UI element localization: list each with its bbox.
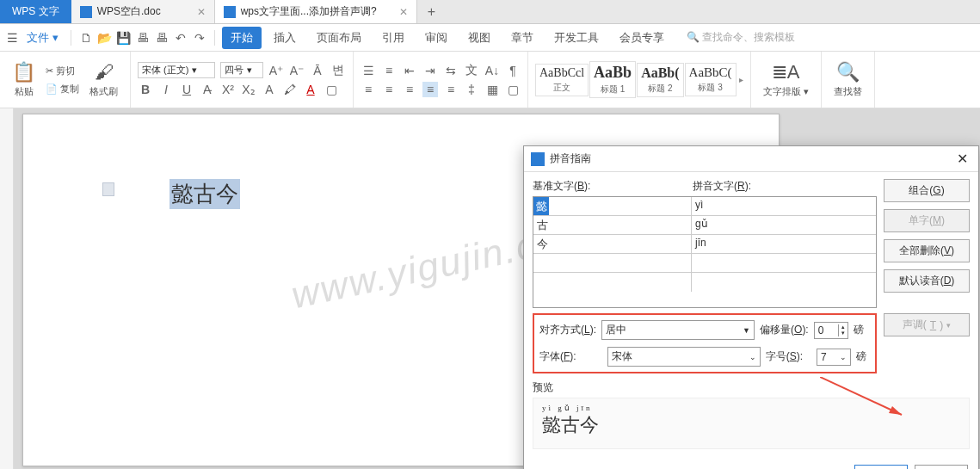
sort-icon[interactable]: A↓ <box>484 63 500 78</box>
doc-icon <box>80 6 92 18</box>
format-brush-button[interactable]: 🖌 格式刷 <box>84 59 123 100</box>
style-h3[interactable]: AaBbC( 标题 3 <box>685 63 737 96</box>
text-layout-button[interactable]: ≣A 文字排版 ▾ <box>758 59 814 100</box>
document-tab-1[interactable]: WPS空白.doc ✕ <box>71 0 215 23</box>
italic-icon[interactable]: I <box>158 82 174 97</box>
styles-group: AaBbCcl 正文 AaBb 标题 1 AaBb( 标题 2 AaBbC( 标… <box>528 52 751 108</box>
menu-chapter[interactable]: 章节 <box>502 27 542 49</box>
distribute-icon[interactable]: ≡ <box>443 82 459 97</box>
shading-icon[interactable]: ▦ <box>484 82 500 97</box>
menu-layout[interactable]: 页面布局 <box>308 27 370 49</box>
indent-dec-icon[interactable]: ⇤ <box>402 63 417 78</box>
menu-icon[interactable]: ☰ <box>7 31 18 45</box>
show-marks-icon[interactable]: ¶ <box>505 63 521 78</box>
style-h2[interactable]: AaBb( 标题 2 <box>637 63 683 97</box>
find-button[interactable]: 🔍 查找替 <box>829 59 867 100</box>
underline-icon[interactable]: U <box>179 82 194 97</box>
dialog-close-button[interactable]: ✕ <box>953 151 971 167</box>
menu-reference[interactable]: 引用 <box>373 27 413 49</box>
pinyin-cell-2[interactable]: jīn <box>692 235 876 253</box>
print-icon[interactable]: 🖶 <box>135 30 151 46</box>
cut-button[interactable]: ✂ 剪切 <box>46 65 79 77</box>
file-menu[interactable]: 文件 ▾ <box>22 30 64 46</box>
font-color-icon[interactable]: A <box>303 82 318 97</box>
base-cell-1[interactable]: 古 <box>533 216 692 234</box>
dialog-title: 拼音指南 <box>550 151 591 166</box>
save-icon[interactable]: 💾 <box>116 30 132 46</box>
style-normal[interactable]: AaBbCcl 正文 <box>535 64 589 96</box>
brush-icon: 🖌 <box>95 61 114 83</box>
align-left-icon[interactable]: ≡ <box>361 82 376 97</box>
indent-inc-icon[interactable]: ⇥ <box>422 63 438 78</box>
default-reading-button[interactable]: 默认读音(D) <box>884 269 970 293</box>
ok-button[interactable]: 确定 <box>854 465 908 469</box>
delete-all-button[interactable]: 全部删除(V) <box>884 239 970 262</box>
base-cell-2[interactable]: 今 <box>533 235 692 253</box>
size-select[interactable]: 7⌄ <box>817 349 851 366</box>
unit-label: 磅 <box>854 323 864 337</box>
numbering-icon[interactable]: ≡ <box>381 63 397 78</box>
app-title: WPS 文字 <box>0 0 71 23</box>
menu-start[interactable]: 开始 <box>222 27 262 49</box>
tone-button: 声调(T) ▾ <box>884 313 970 336</box>
doc-icon <box>224 6 236 18</box>
tab-icon[interactable]: ⇆ <box>443 63 459 78</box>
new-doc-icon[interactable]: 🗋 <box>78 30 94 46</box>
copy-button[interactable]: 📄 复制 <box>46 83 79 96</box>
align-right-icon[interactable]: ≡ <box>402 82 417 97</box>
search-input[interactable]: 🔍 查找命令、搜索模板 <box>687 30 795 45</box>
menu-review[interactable]: 审阅 <box>416 27 456 49</box>
border-icon[interactable]: ▢ <box>324 82 339 97</box>
menu-insert[interactable]: 插入 <box>265 27 305 49</box>
style-h1[interactable]: AaBb 标题 1 <box>589 61 636 98</box>
highlight-icon[interactable]: 🖍 <box>282 82 298 97</box>
cancel-button[interactable]: 取消 <box>915 465 968 469</box>
menu-view[interactable]: 视图 <box>459 27 499 49</box>
paragraph-icon <box>102 182 114 196</box>
bullets-icon[interactable]: ☰ <box>361 63 376 78</box>
base-cell-0[interactable]: 懿 <box>533 197 692 215</box>
document-tab-2[interactable]: wps文字里面...添加拼音声调? ✕ <box>215 0 417 23</box>
subscript-icon[interactable]: X₂ <box>241 82 256 97</box>
pinyin-cell-0[interactable]: yì <box>692 197 876 215</box>
line-spacing-icon[interactable]: ‡ <box>464 82 479 97</box>
pinyin-icon[interactable]: 변 <box>330 63 346 78</box>
close-icon[interactable]: ✕ <box>197 6 206 18</box>
style-more-icon[interactable]: ▸ <box>739 75 743 84</box>
paste-button[interactable]: 📋 粘贴 <box>7 59 40 100</box>
print-preview-icon[interactable]: 🖶 <box>154 30 169 46</box>
font-size-select[interactable]: 四号▾ <box>220 62 263 78</box>
offset-label: 偏移量(O): <box>760 323 809 337</box>
selected-text[interactable]: 懿古今 <box>169 179 240 209</box>
new-tab-button[interactable]: + <box>417 0 446 23</box>
grow-font-icon[interactable]: A⁺ <box>268 63 284 78</box>
preview-label: 预览 <box>533 381 553 393</box>
strike-icon[interactable]: A̶ <box>200 82 215 97</box>
combine-button[interactable]: 组合(G) <box>884 179 970 202</box>
offset-input[interactable]: 0 ▲▼ <box>814 322 848 339</box>
menu-dev[interactable]: 开发工具 <box>545 27 607 49</box>
font-effects-icon[interactable]: A <box>262 82 277 97</box>
redo-icon[interactable]: ↷ <box>192 30 207 46</box>
superscript-icon[interactable]: X² <box>220 82 236 97</box>
open-icon[interactable]: 📂 <box>97 30 113 46</box>
shrink-font-icon[interactable]: A⁻ <box>289 63 305 78</box>
svg-line-0 <box>820 377 902 415</box>
undo-icon[interactable]: ↶ <box>173 30 188 46</box>
paste-icon: 📋 <box>12 61 35 83</box>
clear-format-icon[interactable]: Ā <box>310 63 325 78</box>
char-icon[interactable]: 文 <box>464 63 479 78</box>
bold-icon[interactable]: B <box>138 82 153 97</box>
pinyin-cell-1[interactable]: gǔ <box>692 216 876 234</box>
align-select[interactable]: 居中▼ <box>601 320 755 340</box>
annotation-arrow <box>820 377 915 420</box>
borders-icon[interactable]: ▢ <box>505 82 521 97</box>
font-family-select[interactable]: 宋体 (正文)▾ <box>138 62 215 78</box>
align-justify-icon[interactable]: ≡ <box>422 82 438 97</box>
menu-vip[interactable]: 会员专享 <box>611 27 673 49</box>
font-select[interactable]: 宋体⌄ <box>607 347 761 367</box>
header-base: 基准文字(B): <box>533 179 693 194</box>
align-center-icon[interactable]: ≡ <box>381 82 397 97</box>
pinyin-table[interactable]: 懿 yì 古 gǔ 今 jīn <box>533 196 877 308</box>
close-icon[interactable]: ✕ <box>399 6 408 18</box>
